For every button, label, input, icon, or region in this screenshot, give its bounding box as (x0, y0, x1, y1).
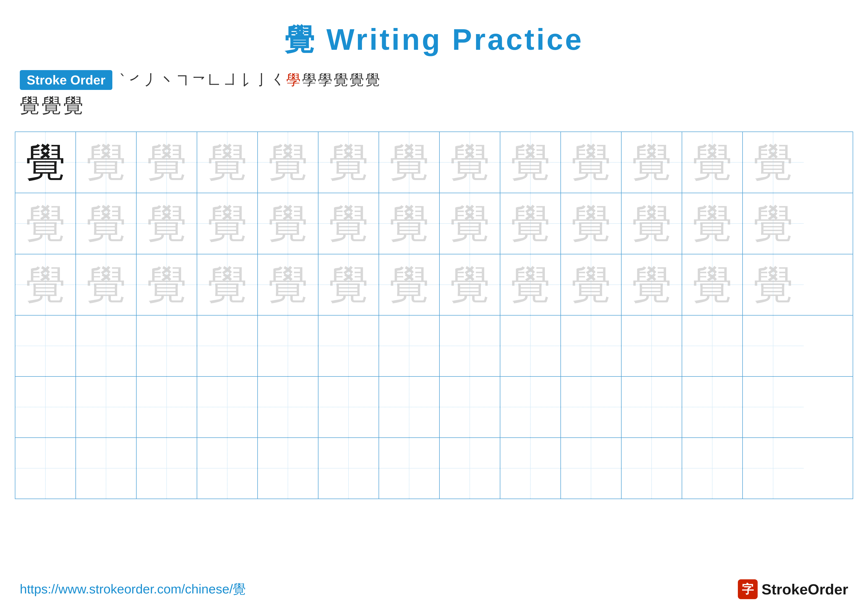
stroke-char-13: 學 (302, 70, 316, 90)
grid-cell-1-3[interactable]: 覺 (136, 132, 197, 193)
grid-cell-4-1[interactable] (16, 316, 76, 376)
grid-cell-2-9[interactable]: 覺 (500, 193, 561, 254)
grid-cell-5-3[interactable] (136, 377, 197, 437)
grid-cell-6-7[interactable] (379, 438, 440, 499)
grid-cell-6-10[interactable] (561, 438, 622, 499)
logo-text: StrokeOrder (762, 581, 848, 598)
grid-cell-2-8[interactable]: 覺 (440, 193, 500, 254)
grid-cell-4-7[interactable] (379, 316, 440, 376)
grid-cell-5-7[interactable] (379, 377, 440, 437)
stroke-char-18: 覺 (20, 92, 40, 119)
grid-cell-3-13[interactable]: 覺 (743, 254, 803, 315)
footer: https://www.strokeorder.com/chinese/覺 字 … (20, 579, 848, 599)
grid-cell-1-8[interactable]: 覺 (440, 132, 500, 193)
stroke-char-20: 覺 (64, 92, 83, 119)
grid-cell-5-9[interactable] (500, 377, 561, 437)
grid-cell-1-11[interactable]: 覺 (622, 132, 682, 193)
grid-cell-5-11[interactable] (622, 377, 682, 437)
grid-cell-1-9[interactable]: 覺 (500, 132, 561, 193)
grid-cell-3-11[interactable]: 覺 (622, 254, 682, 315)
grid-cell-6-9[interactable] (500, 438, 561, 499)
grid-cell-5-12[interactable] (682, 377, 743, 437)
grid-cell-6-13[interactable] (743, 438, 803, 499)
grid-cell-2-13[interactable]: 覺 (743, 193, 803, 254)
grid-cell-4-11[interactable] (622, 316, 682, 376)
grid-cell-1-6[interactable]: 覺 (318, 132, 379, 193)
stroke-char-10: ㇚ (254, 70, 269, 90)
grid-cell-6-6[interactable] (318, 438, 379, 499)
practice-char-dark: 覺 (26, 143, 65, 182)
grid-cell-5-13[interactable] (743, 377, 803, 437)
grid-cell-4-8[interactable] (440, 316, 500, 376)
grid-cell-2-11[interactable]: 覺 (622, 193, 682, 254)
grid-cell-2-12[interactable]: 覺 (682, 193, 743, 254)
grid-cell-5-5[interactable] (258, 377, 318, 437)
grid-cell-4-5[interactable] (258, 316, 318, 376)
grid-cell-3-1[interactable]: 覺 (16, 254, 76, 315)
grid-cell-2-1[interactable]: 覺 (16, 193, 76, 254)
grid-cell-2-10[interactable]: 覺 (561, 193, 622, 254)
footer-logo: 字 StrokeOrder (738, 579, 848, 599)
stroke-char-14: 學 (318, 70, 332, 90)
grid-cell-2-2[interactable]: 覺 (76, 193, 136, 254)
grid-cell-1-13[interactable]: 覺 (743, 132, 803, 193)
grid-cell-3-9[interactable]: 覺 (500, 254, 561, 315)
grid-cell-2-6[interactable]: 覺 (318, 193, 379, 254)
grid-cell-3-12[interactable]: 覺 (682, 254, 743, 315)
grid-cell-1-2[interactable]: 覺 (76, 132, 136, 193)
grid-cell-3-6[interactable]: 覺 (318, 254, 379, 315)
grid-cell-5-4[interactable] (197, 377, 258, 437)
stroke-char-17: 覺 (366, 70, 380, 90)
grid-cell-4-9[interactable] (500, 316, 561, 376)
grid-cell-1-7[interactable]: 覺 (379, 132, 440, 193)
stroke-chars-row1: ˋ ㇒ ㇓ ㇔ ㇕ ㇖ ㇗ ㇘ ㇙ ㇚ ㇛ 學 學 學 覺 覺 覺 (119, 70, 380, 90)
grid-cell-3-3[interactable]: 覺 (136, 254, 197, 315)
grid-cell-6-1[interactable] (16, 438, 76, 499)
page-title: 覺 Writing Practice (0, 0, 868, 60)
grid-cell-4-13[interactable] (743, 316, 803, 376)
grid-cell-4-12[interactable] (682, 316, 743, 376)
grid-cell-1-4[interactable]: 覺 (197, 132, 258, 193)
grid-cell-5-8[interactable] (440, 377, 500, 437)
grid-cell-1-10[interactable]: 覺 (561, 132, 622, 193)
grid-cell-6-3[interactable] (136, 438, 197, 499)
grid-cell-1-1[interactable]: 覺 (16, 132, 76, 193)
grid-cell-5-6[interactable] (318, 377, 379, 437)
grid-cell-5-2[interactable] (76, 377, 136, 437)
grid-cell-4-10[interactable] (561, 316, 622, 376)
grid-cell-6-4[interactable] (197, 438, 258, 499)
grid-cell-2-4[interactable]: 覺 (197, 193, 258, 254)
stroke-char-1: ˋ (119, 72, 126, 89)
grid-cell-6-8[interactable] (440, 438, 500, 499)
grid-cell-4-6[interactable] (318, 316, 379, 376)
grid-cell-3-2[interactable]: 覺 (76, 254, 136, 315)
stroke-order-section: Stroke Order ˋ ㇒ ㇓ ㇔ ㇕ ㇖ ㇗ ㇘ ㇙ ㇚ ㇛ 學 學 學… (0, 60, 868, 92)
stroke-char-7: ㇗ (207, 70, 222, 90)
grid-cell-3-5[interactable]: 覺 (258, 254, 318, 315)
grid-cell-3-7[interactable]: 覺 (379, 254, 440, 315)
grid-cell-4-2[interactable] (76, 316, 136, 376)
grid-cell-6-2[interactable] (76, 438, 136, 499)
stroke-char-8: ㇘ (223, 70, 237, 90)
grid-cell-4-4[interactable] (197, 316, 258, 376)
grid-cell-3-8[interactable]: 覺 (440, 254, 500, 315)
grid-cell-5-1[interactable] (16, 377, 76, 437)
grid-cell-1-5[interactable]: 覺 (258, 132, 318, 193)
grid-cell-3-10[interactable]: 覺 (561, 254, 622, 315)
grid-cell-5-10[interactable] (561, 377, 622, 437)
grid-cell-6-5[interactable] (258, 438, 318, 499)
stroke-char-3: ㇓ (144, 70, 158, 90)
stroke-order-badge: Stroke Order (20, 70, 112, 90)
grid-cell-3-4[interactable]: 覺 (197, 254, 258, 315)
footer-url[interactable]: https://www.strokeorder.com/chinese/覺 (20, 581, 246, 598)
stroke-char-16: 覺 (350, 70, 364, 90)
grid-cell-2-3[interactable]: 覺 (136, 193, 197, 254)
grid-row-4 (16, 316, 852, 377)
grid-cell-4-3[interactable] (136, 316, 197, 376)
grid-cell-2-5[interactable]: 覺 (258, 193, 318, 254)
grid-cell-2-7[interactable]: 覺 (379, 193, 440, 254)
title-text: 覺 Writing Practice (285, 23, 584, 56)
grid-cell-6-11[interactable] (622, 438, 682, 499)
grid-cell-6-12[interactable] (682, 438, 743, 499)
grid-cell-1-12[interactable]: 覺 (682, 132, 743, 193)
